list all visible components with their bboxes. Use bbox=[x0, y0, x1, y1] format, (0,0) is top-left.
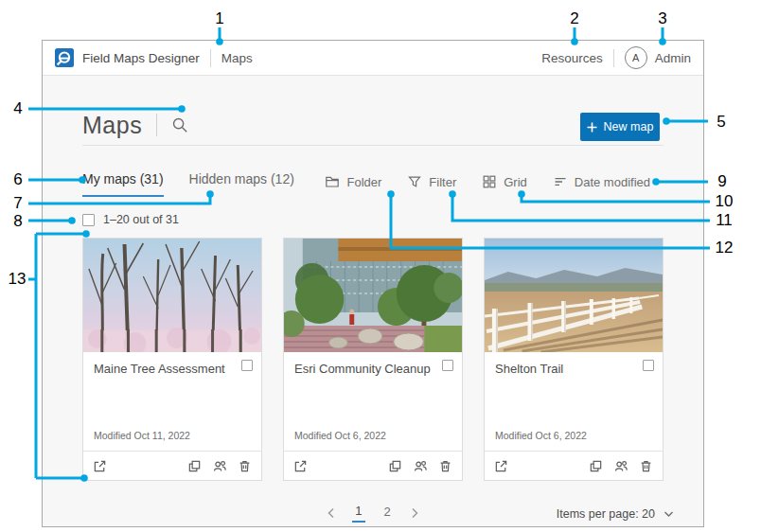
callout-13: 13 bbox=[9, 271, 27, 287]
callout-10: 10 bbox=[716, 193, 734, 209]
trash-icon[interactable] bbox=[238, 459, 252, 473]
tab-my-maps[interactable]: My maps (31) bbox=[82, 171, 164, 197]
card-footer bbox=[83, 451, 261, 480]
page-title: Maps bbox=[82, 112, 142, 139]
share-group-icon[interactable] bbox=[613, 459, 628, 473]
title-rule bbox=[82, 145, 664, 146]
callout-5: 5 bbox=[717, 114, 725, 130]
app-brand: Field Maps Designer bbox=[82, 51, 200, 65]
search-icon[interactable] bbox=[171, 116, 188, 133]
title-divider bbox=[156, 114, 157, 136]
map-thumbnail[interactable] bbox=[284, 239, 462, 352]
selection-row: 1–20 out of 31 bbox=[82, 213, 179, 226]
modified-date: Modified Oct 6, 2022 bbox=[294, 430, 451, 445]
chevron-right-icon[interactable] bbox=[410, 507, 419, 519]
map-title[interactable]: Shelton Trail bbox=[495, 362, 637, 377]
grid-label: Grid bbox=[504, 175, 527, 189]
trash-icon[interactable] bbox=[438, 459, 452, 473]
user-menu[interactable]: Admin bbox=[655, 51, 691, 65]
page-2-button[interactable]: 2 bbox=[381, 505, 394, 522]
modified-date: Modified Oct 6, 2022 bbox=[495, 430, 652, 445]
esri-logo-icon[interactable] bbox=[55, 48, 74, 67]
card-body: Esri Community Cleanup Modified Oct 6, 2… bbox=[284, 352, 462, 451]
folder-control[interactable]: Folder bbox=[325, 174, 381, 189]
card-body: Maine Tree Assessment Modified Oct 11, 2… bbox=[83, 352, 261, 451]
callout-7: 7 bbox=[13, 195, 22, 211]
duplicate-icon[interactable] bbox=[187, 459, 202, 473]
folder-label: Folder bbox=[346, 175, 381, 189]
card-body: Shelton Trail Modified Oct 6, 2022 bbox=[485, 352, 663, 451]
app-window: Field Maps Designer Maps Resources A Adm… bbox=[42, 40, 704, 527]
chevron-down-icon bbox=[664, 510, 674, 518]
filter-icon bbox=[407, 174, 422, 189]
map-title[interactable]: Maine Tree Assessment bbox=[94, 362, 236, 377]
map-card-list: Maine Tree Assessment Modified Oct 11, 2… bbox=[82, 238, 664, 481]
filter-label: Filter bbox=[429, 175, 456, 189]
selection-count: 1–20 out of 31 bbox=[103, 213, 179, 226]
tabs: My maps (31) Hidden maps (12) bbox=[82, 171, 294, 197]
new-map-label: New map bbox=[604, 120, 654, 133]
map-card[interactable]: Shelton Trail Modified Oct 6, 2022 bbox=[484, 238, 664, 481]
card-checkbox[interactable] bbox=[643, 360, 654, 371]
title-row: Maps bbox=[82, 107, 188, 143]
new-map-button[interactable]: New map bbox=[580, 113, 660, 141]
map-card[interactable]: Maine Tree Assessment Modified Oct 11, 2… bbox=[82, 238, 262, 481]
items-per-page-label: Items per page: 20 bbox=[557, 507, 655, 521]
sort-bars-icon bbox=[553, 174, 568, 189]
chevron-left-icon[interactable] bbox=[327, 507, 336, 519]
share-group-icon[interactable] bbox=[413, 459, 428, 473]
filter-control[interactable]: Filter bbox=[407, 174, 456, 189]
map-card[interactable]: Esri Community Cleanup Modified Oct 6, 2… bbox=[283, 238, 463, 481]
app-header: Field Maps Designer Maps Resources A Adm… bbox=[43, 41, 703, 76]
grid-control[interactable]: Grid bbox=[482, 174, 527, 189]
callout-4: 4 bbox=[13, 100, 22, 116]
header-divider bbox=[613, 49, 614, 67]
map-thumbnail[interactable] bbox=[83, 239, 261, 352]
duplicate-icon[interactable] bbox=[388, 459, 402, 473]
share-group-icon[interactable] bbox=[212, 459, 227, 473]
avatar[interactable]: A bbox=[625, 46, 647, 69]
callout-8: 8 bbox=[13, 213, 22, 229]
callout-2: 2 bbox=[570, 10, 578, 27]
card-footer bbox=[485, 451, 663, 480]
callout-1: 1 bbox=[215, 10, 223, 27]
map-title[interactable]: Esri Community Cleanup bbox=[294, 362, 436, 377]
open-map-icon[interactable] bbox=[293, 459, 308, 473]
duplicate-icon[interactable] bbox=[589, 459, 603, 473]
callout-11: 11 bbox=[716, 212, 733, 228]
callout-12: 12 bbox=[716, 239, 734, 256]
folder-icon bbox=[325, 174, 340, 189]
view-controls: Folder Filter Grid bbox=[325, 174, 650, 189]
grid-icon bbox=[482, 174, 497, 189]
plus-icon bbox=[587, 122, 597, 133]
modified-date: Modified Oct 11, 2022 bbox=[94, 430, 251, 445]
tab-hidden-maps[interactable]: Hidden maps (12) bbox=[189, 171, 294, 197]
callout-6: 6 bbox=[13, 171, 22, 187]
nav-resources[interactable]: Resources bbox=[541, 51, 603, 65]
sort-label: Date modified bbox=[575, 175, 650, 189]
page-1-button[interactable]: 1 bbox=[352, 504, 364, 523]
sort-control[interactable]: Date modified bbox=[553, 174, 650, 189]
open-map-icon[interactable] bbox=[93, 459, 107, 473]
map-thumbnail[interactable] bbox=[485, 239, 663, 352]
nav-maps[interactable]: Maps bbox=[221, 51, 253, 65]
callout-9: 9 bbox=[717, 173, 726, 189]
callout-3: 3 bbox=[658, 10, 666, 27]
items-per-page-select[interactable]: Items per page: 20 bbox=[557, 507, 674, 521]
card-checkbox[interactable] bbox=[442, 360, 453, 371]
trash-icon[interactable] bbox=[639, 459, 653, 473]
card-checkbox[interactable] bbox=[241, 360, 253, 371]
select-all-checkbox[interactable] bbox=[82, 214, 95, 226]
card-footer bbox=[284, 451, 462, 480]
open-map-icon[interactable] bbox=[494, 459, 508, 473]
header-divider bbox=[210, 49, 211, 67]
